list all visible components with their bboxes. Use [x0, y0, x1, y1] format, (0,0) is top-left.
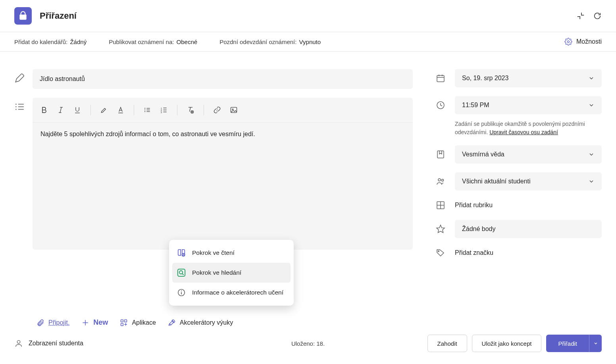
svg-point-12: [144, 108, 145, 109]
info-icon: [177, 288, 186, 297]
font-color-button[interactable]: [113, 102, 128, 117]
due-time-value: 11:59 PM: [462, 102, 489, 109]
due-time-field[interactable]: 11:59 PM: [455, 96, 602, 114]
chevron-down-icon: [588, 75, 595, 81]
options-button[interactable]: Možnosti: [564, 38, 602, 46]
points-field[interactable]: Žádné body: [455, 220, 602, 238]
svg-point-0: [567, 41, 569, 43]
students-field[interactable]: Všichni aktuální studenti: [455, 172, 602, 191]
bullet-list-button[interactable]: [140, 102, 155, 117]
refresh-icon[interactable]: [593, 12, 602, 20]
search-icon: [177, 268, 186, 277]
svg-point-2: [15, 106, 17, 108]
svg-point-26: [232, 109, 233, 110]
chevron-down-icon: [588, 151, 595, 158]
svg-point-44: [438, 251, 439, 252]
app-header: Přiřazení: [0, 0, 616, 32]
accelerators-info-item[interactable]: Informace o akcelerátorech učení: [172, 283, 291, 302]
svg-point-1: [15, 104, 17, 105]
saved-status: Uloženo: 18.: [291, 340, 325, 347]
accelerators-button[interactable]: Akcelerátory výuky: [168, 319, 233, 327]
svg-point-39: [442, 179, 444, 181]
accelerators-label: Akcelerátory výuky: [180, 319, 233, 326]
editor-body[interactable]: Najděte 5 spolehlivých zdrojů informací …: [33, 123, 413, 250]
svg-point-52: [17, 341, 20, 343]
clock-icon: [435, 100, 446, 110]
paperclip-icon: [37, 319, 44, 327]
underline-button[interactable]: [70, 102, 85, 117]
attach-button[interactable]: Připojit.: [37, 319, 69, 327]
apps-button[interactable]: Aplikace: [120, 319, 156, 327]
clear-format-button[interactable]: [183, 102, 198, 117]
grid-icon: [435, 200, 446, 210]
svg-rect-31: [121, 323, 123, 325]
bookmark-icon: [435, 150, 446, 159]
schedule-note: Zadání se publikuje okamžitě s povoleným…: [455, 120, 602, 137]
numbered-list-button[interactable]: 123: [156, 102, 171, 117]
add-tag-button[interactable]: Přidat značku: [455, 247, 602, 259]
late-setting[interactable]: Pozdní odevzdání oznámení: Vypnuto: [219, 39, 321, 45]
svg-rect-30: [125, 320, 127, 322]
calendar-setting[interactable]: Přidat do kalendářů: Žádný: [14, 39, 87, 45]
edit-timeline-link[interactable]: Upravit časovou osu zadání: [489, 129, 558, 135]
publish-setting[interactable]: Publikovat oznámení na: Obecné: [109, 39, 197, 45]
svg-line-48: [182, 273, 183, 275]
new-label: New: [93, 318, 108, 327]
svg-point-38: [438, 179, 441, 181]
list-icon: [14, 98, 33, 113]
svg-point-3: [15, 109, 17, 110]
editor-text: Najděte 5 spolehlivých zdrojů informací …: [40, 131, 255, 137]
calendar-icon: [435, 73, 446, 83]
discard-button[interactable]: Zahodit: [427, 335, 467, 352]
chevron-down-icon: [588, 102, 595, 108]
footer: Zobrazení studenta Uloženo: 18. Zahodit …: [0, 327, 616, 364]
student-view-button[interactable]: Zobrazení studenta: [14, 339, 83, 348]
rocket-icon: [168, 319, 176, 327]
add-rubric-button[interactable]: Přidat rubriku: [455, 199, 602, 211]
gear-icon: [564, 38, 572, 46]
minimize-icon[interactable]: [576, 12, 585, 20]
svg-rect-37: [437, 151, 444, 158]
highlight-button[interactable]: [96, 102, 112, 117]
apps-icon: [120, 319, 128, 327]
settings-bar: Přidat do kalendářů: Žádný Publikovat oz…: [0, 32, 616, 52]
assign-dropdown-button[interactable]: [589, 335, 602, 352]
star-icon: [435, 224, 446, 234]
save-draft-button[interactable]: Uložit jako koncept: [472, 335, 542, 352]
class-value: Vesmírná věda: [462, 151, 504, 158]
svg-text:3: 3: [161, 111, 162, 114]
link-button[interactable]: [210, 102, 225, 117]
search-progress-item[interactable]: Pokrok ve hledání: [172, 263, 291, 283]
image-button[interactable]: [226, 102, 241, 117]
chevron-down-icon: [588, 178, 595, 185]
accelerators-info-label: Informace o akcelerátorech učení: [192, 289, 283, 296]
people-icon: [435, 177, 446, 186]
assign-button[interactable]: Přiřadit: [546, 335, 589, 352]
svg-marker-43: [437, 225, 445, 233]
reading-progress-label: Pokrok ve čtení: [192, 249, 235, 256]
new-button[interactable]: New: [81, 318, 108, 327]
svg-rect-32: [437, 75, 444, 82]
points-value: Žádné body: [462, 225, 496, 233]
editor-toolbar: 123: [33, 98, 413, 123]
tag-icon: [435, 248, 446, 258]
accelerators-menu: Pokrok ve čtení Pokrok ve hledání Inform…: [169, 240, 294, 306]
app-title: Přiřazení: [40, 11, 77, 21]
app-logo: [14, 7, 32, 25]
reading-progress-item[interactable]: Pokrok ve čtení: [172, 243, 291, 263]
class-field[interactable]: Vesmírná věda: [455, 145, 602, 164]
due-date-field[interactable]: So, 19. srp 2023: [455, 69, 602, 87]
student-view-label: Zobrazení studenta: [29, 340, 83, 347]
options-label: Možnosti: [576, 38, 602, 45]
italic-button[interactable]: [53, 102, 68, 117]
svg-rect-29: [121, 320, 123, 322]
svg-line-9: [60, 107, 61, 112]
students-value: Všichni aktuální studenti: [462, 178, 531, 185]
book-icon: [177, 248, 186, 257]
bold-button[interactable]: [37, 102, 52, 117]
svg-point-14: [144, 111, 145, 112]
search-progress-label: Pokrok ve hledání: [192, 269, 241, 276]
chevron-down-icon: [593, 341, 598, 346]
assignment-title-input[interactable]: [33, 69, 413, 89]
svg-point-13: [144, 110, 145, 110]
